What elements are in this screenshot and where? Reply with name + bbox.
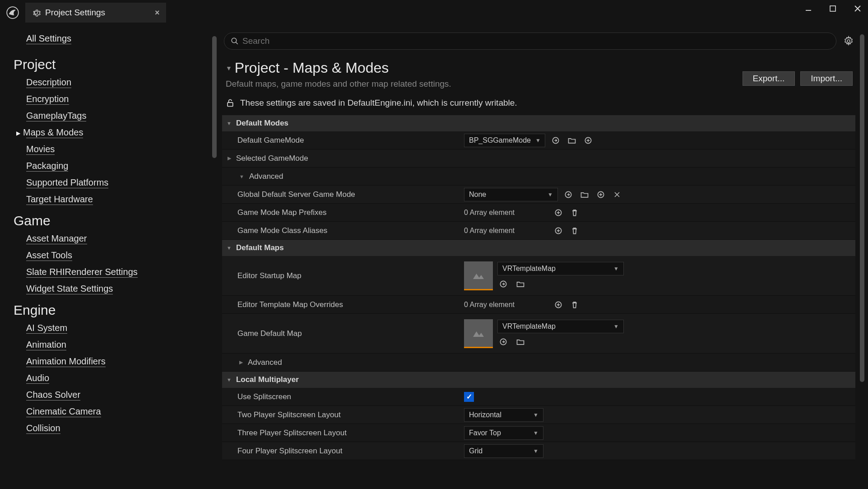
title-bar: Project Settings ×	[0, 0, 868, 25]
chevron-down-icon: ▼	[533, 412, 538, 418]
default-gamemode-dropdown[interactable]: BP_SGGameMode▼	[464, 134, 545, 147]
sidebar-item-gameplaytags[interactable]: GameplayTags	[26, 110, 86, 121]
chevron-down-icon: ▼	[613, 265, 619, 272]
chevron-down-icon: ▼	[533, 448, 538, 454]
sidebar-item-slate-rhi[interactable]: Slate RHIRenderer Settings	[26, 266, 138, 278]
prop-label[interactable]: ▶Selected GameMode	[222, 154, 464, 163]
prop-label: Editor Startup Map	[222, 271, 464, 280]
game-default-map-dropdown[interactable]: VRTemplateMap▼	[497, 320, 624, 333]
sidebar-scrollbar[interactable]	[212, 36, 217, 158]
trash-icon[interactable]	[569, 225, 580, 237]
sidebar-item-packaging[interactable]: Packaging	[26, 160, 68, 172]
clear-icon[interactable]	[611, 189, 623, 200]
sidebar-section-project: Project	[14, 57, 207, 72]
close-button[interactable]	[854, 5, 862, 13]
prop-label: Game Mode Class Aliases	[222, 226, 464, 235]
map-thumbnail[interactable]	[464, 261, 493, 290]
sidebar-item-cinematic-camera[interactable]: Cinematic Camera	[26, 406, 101, 417]
three-player-layout-dropdown[interactable]: Favor Top▼	[464, 426, 543, 440]
folder-icon[interactable]	[515, 278, 526, 290]
gear-icon	[32, 8, 41, 17]
chevron-down-icon: ▼	[533, 430, 538, 436]
section-local-multiplayer[interactable]: ▼Local Multiplayer	[222, 372, 855, 388]
search-box[interactable]	[224, 33, 836, 50]
add-icon[interactable]	[552, 299, 564, 311]
chevron-down-icon: ▼	[613, 323, 619, 330]
svg-point-5	[232, 38, 237, 43]
sidebar-item-animation[interactable]: Animation	[26, 339, 66, 350]
use-splitscreen-checkbox[interactable]: ✓	[464, 392, 474, 402]
two-player-layout-dropdown[interactable]: Horizontal▼	[464, 408, 543, 422]
search-input[interactable]	[242, 36, 830, 46]
prop-label-advanced[interactable]: ▼Advanced	[222, 172, 464, 181]
add-icon[interactable]	[552, 225, 564, 237]
array-count: 0 Array element	[464, 301, 548, 309]
sidebar-item-asset-tools[interactable]: Asset Tools	[26, 250, 72, 261]
settings-gear-button[interactable]	[842, 34, 855, 48]
prop-label: Use Splitscreen	[222, 392, 464, 401]
chevron-right-icon: ▶	[239, 359, 243, 365]
trash-icon[interactable]	[569, 299, 580, 311]
chevron-down-icon: ▼	[548, 191, 553, 198]
section-collapse-icon[interactable]: ▼	[226, 65, 232, 72]
section-default-modes[interactable]: ▼Default Modes	[222, 115, 855, 131]
prop-label: Three Player Splitscreen Layout	[222, 428, 464, 438]
sidebar-item-audio[interactable]: Audio	[26, 373, 49, 384]
sidebar-item-chaos-solver[interactable]: Chaos Solver	[26, 389, 80, 401]
sidebar-item-widget-state[interactable]: Widget State Settings	[26, 283, 113, 294]
map-thumbnail[interactable]	[464, 319, 493, 348]
editor-startup-map-dropdown[interactable]: VRTemplateMap▼	[497, 262, 624, 275]
add-icon[interactable]	[582, 135, 594, 146]
add-icon[interactable]	[595, 189, 607, 200]
browse-icon[interactable]	[550, 135, 562, 146]
array-count: 0 Array element	[464, 209, 548, 217]
settings-main: ▼Project - Maps & Modes Default maps, ga…	[220, 25, 868, 489]
folder-icon[interactable]	[579, 189, 590, 200]
import-button[interactable]: Import...	[800, 71, 853, 86]
svg-rect-8	[227, 102, 233, 106]
export-button[interactable]: Export...	[743, 71, 795, 86]
global-server-dropdown[interactable]: None▼	[464, 188, 558, 201]
prop-label: Global Default Server Game Mode	[222, 190, 464, 199]
chevron-down-icon: ▼	[227, 121, 232, 126]
four-player-layout-dropdown[interactable]: Grid▼	[464, 444, 543, 458]
minimize-button[interactable]	[805, 5, 812, 13]
chevron-right-icon: ▶	[227, 155, 231, 161]
sidebar-all-settings[interactable]: All Settings	[26, 33, 71, 44]
add-icon[interactable]	[552, 207, 564, 219]
chevron-down-icon: ▼	[239, 174, 244, 179]
svg-point-7	[847, 40, 850, 42]
sidebar-item-collision[interactable]: Collision	[26, 423, 60, 434]
sidebar-item-maps-modes[interactable]: Maps & Modes	[26, 127, 83, 138]
prop-label: Game Default Map	[222, 329, 464, 338]
trash-icon[interactable]	[569, 207, 580, 219]
prop-label: Default GameMode	[222, 136, 464, 145]
browse-icon[interactable]	[497, 278, 509, 290]
unlock-icon	[226, 98, 235, 107]
sidebar-item-asset-manager[interactable]: Asset Manager	[26, 233, 87, 244]
tab-label: Project Settings	[45, 8, 105, 18]
folder-icon[interactable]	[515, 336, 526, 348]
window-controls	[805, 5, 862, 13]
main-scrollbar[interactable]	[860, 34, 864, 382]
sidebar-item-encryption[interactable]: Encryption	[26, 93, 69, 105]
sidebar-item-description[interactable]: Description	[26, 77, 71, 88]
browse-icon[interactable]	[497, 336, 509, 348]
tab-close-icon[interactable]: ×	[155, 8, 160, 18]
sidebar-item-ai-system[interactable]: AI System	[26, 322, 67, 334]
prop-label-advanced[interactable]: ▶Advanced	[222, 358, 464, 367]
browse-icon[interactable]	[562, 189, 574, 200]
prop-label: Editor Template Map Overrides	[222, 300, 464, 309]
sidebar-item-animation-modifiers[interactable]: Animation Modifiers	[26, 356, 106, 367]
maximize-button[interactable]	[829, 5, 836, 13]
sidebar-section-game: Game	[14, 213, 207, 228]
folder-icon[interactable]	[566, 135, 578, 146]
sidebar-item-supported-platforms[interactable]: Supported Platforms	[26, 177, 108, 188]
sidebar-item-target-hardware[interactable]: Target Hardware	[26, 194, 93, 205]
sidebar-item-movies[interactable]: Movies	[26, 144, 55, 155]
svg-line-6	[236, 42, 238, 44]
prop-label: Game Mode Map Prefixes	[222, 208, 464, 217]
tab-project-settings[interactable]: Project Settings ×	[25, 3, 166, 23]
section-default-maps[interactable]: ▼Default Maps	[222, 240, 855, 256]
array-count: 0 Array element	[464, 227, 548, 235]
